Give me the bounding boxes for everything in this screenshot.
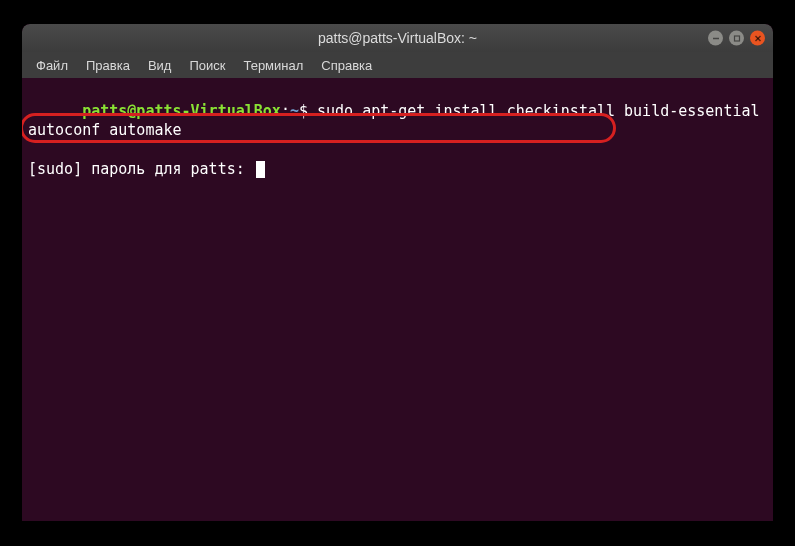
prompt-separator: : bbox=[281, 102, 290, 120]
window-controls bbox=[708, 31, 765, 46]
cursor bbox=[256, 161, 265, 178]
sudo-prompt-text: [sudo] пароль для patts: bbox=[28, 160, 254, 178]
titlebar: patts@patts-VirtualBox: ~ bbox=[22, 24, 773, 52]
close-button[interactable] bbox=[750, 31, 765, 46]
menu-search[interactable]: Поиск bbox=[181, 55, 233, 76]
terminal-window: patts@patts-VirtualBox: ~ Файл Правка Ви… bbox=[22, 24, 773, 521]
prompt-user: patts@patts-VirtualBox bbox=[82, 102, 281, 120]
svg-rect-1 bbox=[734, 36, 739, 41]
prompt-path: ~ bbox=[290, 102, 299, 120]
menu-view[interactable]: Вид bbox=[140, 55, 180, 76]
terminal-body[interactable]: patts@patts-VirtualBox:~$ sudo apt-get i… bbox=[22, 78, 773, 521]
maximize-button[interactable] bbox=[729, 31, 744, 46]
sudo-prompt-line: [sudo] пароль для patts: bbox=[28, 160, 767, 180]
menu-terminal[interactable]: Терминал bbox=[235, 55, 311, 76]
prompt-symbol: $ bbox=[299, 102, 308, 120]
menu-edit[interactable]: Правка bbox=[78, 55, 138, 76]
command-line: patts@patts-VirtualBox:~$ sudo apt-get i… bbox=[28, 82, 767, 160]
minimize-button[interactable] bbox=[708, 31, 723, 46]
menu-help[interactable]: Справка bbox=[313, 55, 380, 76]
window-title: patts@patts-VirtualBox: ~ bbox=[318, 30, 477, 46]
menubar: Файл Правка Вид Поиск Терминал Справка bbox=[22, 52, 773, 78]
menu-file[interactable]: Файл bbox=[28, 55, 76, 76]
